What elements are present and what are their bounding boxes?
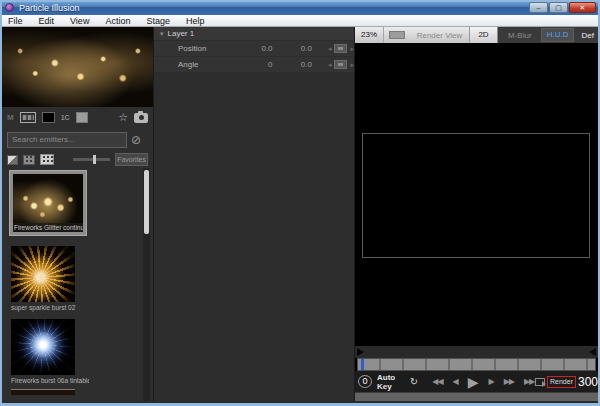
app-logo-icon bbox=[5, 3, 14, 12]
menu-action[interactable]: Action bbox=[97, 15, 138, 27]
layer-header[interactable]: ▾ Layer 1 bbox=[154, 27, 354, 40]
keyframe-icon[interactable] bbox=[334, 60, 347, 69]
go-end-button[interactable]: ▶▶| bbox=[524, 377, 535, 386]
emitter-list[interactable]: Fireworks Glitter continuous 03a super s… bbox=[2, 168, 153, 401]
render-button[interactable]: Render bbox=[547, 376, 576, 388]
clear-search-icon[interactable]: ⊘ bbox=[131, 133, 141, 147]
prev-keyframe-icon[interactable]: ◂ bbox=[328, 45, 332, 53]
viewport-panel: 23% Render View 2D M-Blur H.U.D Def 0 Au… bbox=[355, 27, 598, 401]
angle-value[interactable]: 0 bbox=[243, 60, 273, 69]
emitter-library-panel: M 1C ☆ ⊘ Favorites Fireworks Gl bbox=[2, 27, 153, 401]
slider-handle[interactable] bbox=[93, 155, 96, 164]
mode-2d-button[interactable]: 2D bbox=[470, 27, 498, 43]
stage-color-swatch[interactable] bbox=[389, 31, 405, 39]
property-row-angle: Angle 0 0.0 ◂ ▸ bbox=[154, 57, 354, 72]
current-frame-field[interactable]: 0 bbox=[358, 375, 372, 388]
search-input[interactable] bbox=[7, 132, 127, 148]
property-label: Angle bbox=[178, 60, 243, 69]
position-x-value[interactable]: 0.0 bbox=[243, 44, 273, 53]
prev-keyframe-icon[interactable]: ◂ bbox=[328, 61, 332, 69]
list-item[interactable]: Fireworks burst 06a tintable bbox=[11, 319, 153, 385]
motion-blur-button[interactable]: M-Blur bbox=[502, 31, 538, 40]
emitter-thumbnail[interactable]: Fireworks Glitter continuous 03a bbox=[13, 174, 83, 232]
list-item[interactable]: super sparkle burst 02 bbox=[11, 246, 153, 312]
scrollbar-thumb[interactable] bbox=[144, 170, 149, 234]
emitter-preview bbox=[2, 27, 153, 107]
viewport-toolbar: 23% Render View 2D M-Blur H.U.D Def bbox=[355, 27, 598, 43]
emitter-thumbnail[interactable] bbox=[11, 319, 75, 375]
app-window: Particle Illusion – ▢ ✕ File Edit View A… bbox=[0, 0, 600, 406]
close-button[interactable]: ✕ bbox=[569, 2, 596, 13]
playhead[interactable] bbox=[361, 359, 364, 370]
end-frame-field[interactable]: 300 bbox=[578, 375, 598, 389]
render-icon bbox=[535, 378, 545, 386]
angle-value-2[interactable]: 0.0 bbox=[273, 60, 312, 69]
emitter-name: super sparkle burst 02 bbox=[11, 303, 89, 312]
window-title: Particle Illusion bbox=[19, 3, 80, 13]
collapse-icon[interactable]: ▾ bbox=[160, 30, 164, 38]
emitter-thumbnail[interactable] bbox=[11, 246, 75, 302]
layers-panel: ▾ Layer 1 Position 0.0 0.0 ◂ ▸ Angle 0 0… bbox=[153, 27, 355, 401]
range-end-marker[interactable] bbox=[589, 348, 596, 356]
menu-help[interactable]: Help bbox=[178, 15, 213, 27]
auto-key-toggle[interactable]: Auto Key bbox=[377, 373, 407, 391]
fast-forward-button[interactable]: ▶▶ bbox=[504, 377, 514, 386]
hud-button[interactable]: H.U.D bbox=[541, 28, 575, 42]
emitter-name: Fireworks Glitter continuous 03a bbox=[13, 223, 83, 232]
transport-bar: 0 Auto Key ↻ ◀◀ ◀ ▶ ▶ ▶▶ ▶▶| Render 300 bbox=[355, 371, 598, 392]
position-y-value[interactable]: 0.0 bbox=[273, 44, 312, 53]
partial-list-item[interactable] bbox=[11, 389, 75, 395]
list-item[interactable]: Fireworks Glitter continuous 03a bbox=[9, 170, 87, 236]
emitter-name: Fireworks burst 06a tintable bbox=[11, 376, 89, 385]
timeline-scrubber[interactable] bbox=[357, 358, 596, 371]
next-keyframe-icon[interactable]: ▸ bbox=[350, 61, 354, 69]
background-color-swatch[interactable] bbox=[42, 112, 55, 123]
viewport-status-strip bbox=[355, 392, 598, 401]
step-forward-button[interactable]: ▶ bbox=[489, 377, 494, 386]
default-view-button[interactable]: Def bbox=[578, 31, 594, 40]
favorites-button[interactable]: Favorites bbox=[115, 153, 148, 166]
camera-icon[interactable] bbox=[134, 113, 148, 123]
title-bar: Particle Illusion – ▢ ✕ bbox=[0, 0, 600, 15]
emitter-list-scrollbar[interactable] bbox=[143, 168, 150, 401]
tint-color-swatch[interactable] bbox=[76, 112, 88, 123]
filmstrip-icon[interactable] bbox=[20, 112, 36, 123]
next-keyframe-icon[interactable]: ▸ bbox=[350, 45, 354, 53]
property-label: Position bbox=[178, 44, 243, 53]
library-toolbar: M 1C ☆ bbox=[2, 107, 153, 128]
stage-bounds-rect bbox=[362, 133, 590, 258]
menu-bar: File Edit View Action Stage Help bbox=[0, 15, 600, 27]
render-view-dropdown[interactable]: Render View bbox=[410, 31, 469, 40]
menu-view[interactable]: View bbox=[62, 15, 97, 27]
menu-file[interactable]: File bbox=[0, 15, 31, 27]
stage-viewport[interactable] bbox=[355, 43, 598, 346]
property-row-position: Position 0.0 0.0 ◂ ▸ bbox=[154, 41, 354, 56]
menu-edit[interactable]: Edit bbox=[31, 15, 63, 27]
playback-range-row bbox=[355, 346, 598, 358]
play-button[interactable]: ▶ bbox=[468, 374, 479, 390]
keyframe-icon[interactable] bbox=[334, 44, 347, 53]
layer-name: Layer 1 bbox=[168, 29, 195, 38]
favorite-star-icon[interactable]: ☆ bbox=[118, 112, 128, 123]
range-start-marker[interactable] bbox=[357, 348, 364, 356]
small-grid-view-icon[interactable] bbox=[23, 155, 34, 165]
search-row: ⊘ bbox=[2, 128, 153, 151]
color-mode-toggle[interactable]: 1C bbox=[61, 114, 70, 121]
thumbnail-size-slider[interactable] bbox=[73, 158, 110, 161]
menu-stage[interactable]: Stage bbox=[138, 15, 178, 27]
view-options-row: Favorites bbox=[2, 151, 153, 168]
large-grid-view-icon[interactable] bbox=[40, 154, 54, 165]
maximize-button[interactable]: ▢ bbox=[549, 2, 568, 13]
minimize-button[interactable]: – bbox=[529, 2, 548, 13]
step-back-button[interactable]: ◀ bbox=[453, 377, 458, 386]
zoom-level-dropdown[interactable]: 23% bbox=[355, 27, 384, 43]
motion-toggle[interactable]: M bbox=[7, 113, 14, 122]
go-start-button[interactable]: ◀◀ bbox=[432, 377, 442, 386]
list-view-icon[interactable] bbox=[7, 155, 18, 165]
loop-icon[interactable]: ↻ bbox=[410, 376, 418, 387]
